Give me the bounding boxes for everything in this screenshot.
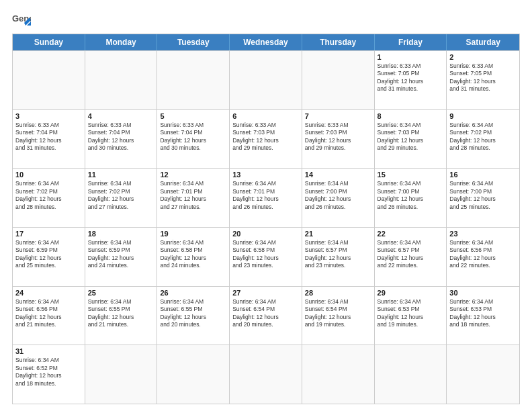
weekday-header-saturday: Saturday	[447, 34, 519, 50]
day-info: Sunrise: 6:34 AM Sunset: 6:58 PM Dayligh…	[232, 239, 299, 270]
cal-row-1: 3Sunrise: 6:33 AM Sunset: 7:04 PM Daylig…	[13, 109, 519, 169]
generalblue-icon: General	[12, 12, 31, 27]
day-number: 18	[88, 230, 154, 238]
cal-cell-2-0: 10Sunrise: 6:34 AM Sunset: 7:02 PM Dayli…	[13, 169, 85, 227]
day-number: 23	[449, 230, 517, 238]
day-info: Sunrise: 6:33 AM Sunset: 7:05 PM Dayligh…	[378, 62, 444, 93]
cal-cell-0-3	[230, 51, 302, 109]
day-number: 14	[305, 171, 371, 179]
day-number: 31	[15, 347, 82, 355]
day-info: Sunrise: 6:34 AM Sunset: 7:00 PM Dayligh…	[378, 180, 444, 211]
cal-cell-1-2: 5Sunrise: 6:33 AM Sunset: 7:04 PM Daylig…	[157, 110, 230, 169]
day-info: Sunrise: 6:34 AM Sunset: 6:55 PM Dayligh…	[160, 298, 226, 329]
weekday-header-sunday: Sunday	[13, 34, 85, 50]
cal-cell-4-4: 28Sunrise: 6:34 AM Sunset: 6:54 PM Dayli…	[302, 287, 375, 345]
cal-cell-0-5: 1Sunrise: 6:33 AM Sunset: 7:05 PM Daylig…	[375, 51, 447, 109]
day-info: Sunrise: 6:34 AM Sunset: 6:56 PM Dayligh…	[449, 239, 517, 270]
day-number: 27	[232, 289, 299, 297]
day-info: Sunrise: 6:34 AM Sunset: 7:00 PM Dayligh…	[305, 180, 371, 211]
cal-cell-5-3	[230, 345, 302, 404]
day-info: Sunrise: 6:34 AM Sunset: 6:53 PM Dayligh…	[378, 298, 444, 329]
day-info: Sunrise: 6:34 AM Sunset: 6:54 PM Dayligh…	[305, 298, 371, 329]
weekday-header-monday: Monday	[85, 34, 158, 50]
day-number: 26	[160, 289, 226, 297]
day-info: Sunrise: 6:34 AM Sunset: 6:59 PM Dayligh…	[88, 239, 154, 270]
cal-row-5: 31Sunrise: 6:34 AM Sunset: 6:52 PM Dayli…	[13, 345, 519, 404]
logo: General	[12, 12, 34, 27]
cal-cell-4-3: 27Sunrise: 6:34 AM Sunset: 6:54 PM Dayli…	[230, 287, 302, 345]
day-info: Sunrise: 6:34 AM Sunset: 7:02 PM Dayligh…	[88, 180, 154, 211]
cal-cell-0-0	[13, 51, 85, 109]
cal-cell-1-6: 9Sunrise: 6:34 AM Sunset: 7:02 PM Daylig…	[447, 110, 519, 169]
cal-cell-3-0: 17Sunrise: 6:34 AM Sunset: 6:59 PM Dayli…	[13, 228, 85, 286]
cal-cell-2-4: 14Sunrise: 6:34 AM Sunset: 7:00 PM Dayli…	[302, 169, 375, 227]
day-number: 3	[15, 112, 82, 120]
cal-cell-0-6: 2Sunrise: 6:33 AM Sunset: 7:05 PM Daylig…	[447, 51, 519, 109]
day-number: 28	[305, 289, 371, 297]
calendar: SundayMondayTuesdayWednesdayThursdayFrid…	[12, 34, 520, 404]
day-number: 10	[15, 171, 82, 179]
day-info: Sunrise: 6:34 AM Sunset: 6:57 PM Dayligh…	[378, 239, 444, 270]
cal-cell-3-2: 19Sunrise: 6:34 AM Sunset: 6:58 PM Dayli…	[157, 228, 230, 286]
calendar-body: 1Sunrise: 6:33 AM Sunset: 7:05 PM Daylig…	[13, 50, 519, 404]
cal-cell-3-3: 20Sunrise: 6:34 AM Sunset: 6:58 PM Dayli…	[230, 228, 302, 286]
cal-cell-5-5	[375, 345, 447, 404]
cal-cell-4-5: 29Sunrise: 6:34 AM Sunset: 6:53 PM Dayli…	[375, 287, 447, 345]
day-number: 22	[378, 230, 444, 238]
cal-cell-5-0: 31Sunrise: 6:34 AM Sunset: 6:52 PM Dayli…	[13, 345, 85, 404]
day-info: Sunrise: 6:34 AM Sunset: 7:01 PM Dayligh…	[160, 180, 226, 211]
day-number: 9	[449, 112, 517, 120]
cal-cell-2-2: 12Sunrise: 6:34 AM Sunset: 7:01 PM Dayli…	[157, 169, 230, 227]
cal-cell-2-3: 13Sunrise: 6:34 AM Sunset: 7:01 PM Dayli…	[230, 169, 302, 227]
day-info: Sunrise: 6:34 AM Sunset: 7:02 PM Dayligh…	[449, 122, 517, 152]
day-info: Sunrise: 6:33 AM Sunset: 7:04 PM Dayligh…	[88, 122, 154, 152]
day-info: Sunrise: 6:33 AM Sunset: 7:04 PM Dayligh…	[15, 122, 82, 152]
day-number: 8	[378, 112, 444, 120]
cal-cell-5-1	[85, 345, 158, 404]
day-info: Sunrise: 6:33 AM Sunset: 7:04 PM Dayligh…	[160, 122, 226, 152]
day-number: 5	[160, 112, 226, 120]
day-number: 12	[160, 171, 226, 179]
cal-cell-0-2	[157, 51, 230, 109]
cal-cell-1-5: 8Sunrise: 6:34 AM Sunset: 7:03 PM Daylig…	[375, 110, 447, 169]
cal-cell-5-4	[302, 345, 375, 404]
day-number: 19	[160, 230, 226, 238]
weekday-header-wednesday: Wednesday	[230, 34, 302, 50]
weekday-header-tuesday: Tuesday	[157, 34, 230, 50]
cal-cell-2-6: 16Sunrise: 6:34 AM Sunset: 7:00 PM Dayli…	[447, 169, 519, 227]
day-info: Sunrise: 6:33 AM Sunset: 7:05 PM Dayligh…	[449, 62, 517, 93]
day-info: Sunrise: 6:34 AM Sunset: 6:52 PM Dayligh…	[15, 357, 82, 387]
day-number: 16	[449, 171, 517, 179]
day-info: Sunrise: 6:34 AM Sunset: 6:55 PM Dayligh…	[88, 298, 154, 329]
cal-cell-0-4	[302, 51, 375, 109]
cal-cell-2-5: 15Sunrise: 6:34 AM Sunset: 7:00 PM Dayli…	[375, 169, 447, 227]
cal-row-0: 1Sunrise: 6:33 AM Sunset: 7:05 PM Daylig…	[13, 50, 519, 109]
cal-cell-5-2	[157, 345, 230, 404]
cal-cell-3-5: 22Sunrise: 6:34 AM Sunset: 6:57 PM Dayli…	[375, 228, 447, 286]
weekday-header-thursday: Thursday	[302, 34, 375, 50]
day-number: 25	[88, 289, 154, 297]
day-number: 30	[449, 289, 517, 297]
day-info: Sunrise: 6:34 AM Sunset: 7:03 PM Dayligh…	[378, 122, 444, 152]
day-number: 13	[232, 171, 299, 179]
day-info: Sunrise: 6:33 AM Sunset: 7:03 PM Dayligh…	[232, 122, 299, 152]
day-info: Sunrise: 6:34 AM Sunset: 6:54 PM Dayligh…	[232, 298, 299, 329]
page: General SundayMondayTuesdayWednesdayThur…	[0, 0, 532, 411]
cal-cell-4-0: 24Sunrise: 6:34 AM Sunset: 6:56 PM Dayli…	[13, 287, 85, 345]
day-number: 24	[15, 289, 82, 297]
cal-cell-2-1: 11Sunrise: 6:34 AM Sunset: 7:02 PM Dayli…	[85, 169, 158, 227]
cal-cell-3-1: 18Sunrise: 6:34 AM Sunset: 6:59 PM Dayli…	[85, 228, 158, 286]
day-info: Sunrise: 6:34 AM Sunset: 6:57 PM Dayligh…	[305, 239, 371, 270]
cal-cell-0-1	[85, 51, 158, 109]
day-number: 11	[88, 171, 154, 179]
day-number: 20	[232, 230, 299, 238]
cal-cell-1-1: 4Sunrise: 6:33 AM Sunset: 7:04 PM Daylig…	[85, 110, 158, 169]
calendar-header-row: SundayMondayTuesdayWednesdayThursdayFrid…	[13, 34, 519, 50]
day-info: Sunrise: 6:34 AM Sunset: 7:00 PM Dayligh…	[449, 180, 517, 211]
day-info: Sunrise: 6:34 AM Sunset: 7:02 PM Dayligh…	[15, 180, 82, 211]
cal-cell-1-3: 6Sunrise: 6:33 AM Sunset: 7:03 PM Daylig…	[230, 110, 302, 169]
cal-cell-1-4: 7Sunrise: 6:33 AM Sunset: 7:03 PM Daylig…	[302, 110, 375, 169]
cal-row-3: 17Sunrise: 6:34 AM Sunset: 6:59 PM Dayli…	[13, 227, 519, 286]
cal-cell-4-2: 26Sunrise: 6:34 AM Sunset: 6:55 PM Dayli…	[157, 287, 230, 345]
day-number: 29	[378, 289, 444, 297]
